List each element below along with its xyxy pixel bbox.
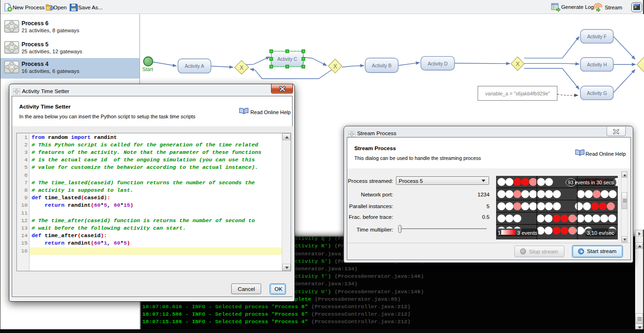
svg-text:Activity A: Activity A (185, 64, 205, 69)
svg-text:Activity D: Activity D (428, 61, 447, 66)
svg-text:X: X (240, 65, 243, 71)
svg-text:3 events: 3 events (517, 230, 537, 236)
svg-text:3,10 ev/sec: 3,10 ev/sec (587, 230, 615, 236)
svg-text:Start: Start (142, 66, 153, 72)
svg-text:variable_a = "s6jakb4fb929e": variable_a = "s6jakb4fb929e" (485, 91, 550, 96)
svg-text:Activity H: Activity H (587, 62, 607, 67)
svg-text:1: 1 (498, 230, 501, 236)
svg-text:Activity G: Activity G (587, 91, 607, 96)
svg-text:Activity C: Activity C (277, 57, 297, 62)
svg-text:X: X (516, 61, 520, 67)
svg-text:X: X (333, 63, 337, 70)
svg-text:Activity F: Activity F (587, 34, 607, 39)
svg-text:Activity B: Activity B (372, 63, 392, 68)
svg-text:93 events in 30 secs: 93 events in 30 secs (568, 180, 614, 185)
